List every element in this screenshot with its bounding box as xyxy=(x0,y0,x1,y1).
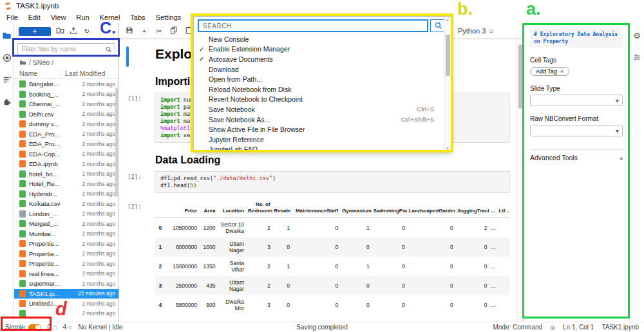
file-row[interactable]: Untitled.i...2 months ago xyxy=(14,299,118,309)
kernel-indicator[interactable]: Python 3 ○ xyxy=(458,27,516,35)
scroll-down-icon[interactable]: ▾ xyxy=(444,145,451,151)
file-row[interactable]: London_...2 months ago xyxy=(14,209,118,219)
menu-edit[interactable]: Edit xyxy=(23,14,46,21)
slide-type-select[interactable]: ▾ xyxy=(530,95,623,106)
menu-item-jupyter-reference[interactable]: Jupyter Reference xyxy=(194,134,451,145)
breadcrumb-path[interactable]: / SNeo / xyxy=(29,59,53,66)
file-name: Untitled.i... xyxy=(29,300,79,307)
file-row[interactable]: Propertie...2 months ago xyxy=(14,239,118,249)
table-header-cell: SwimmingPool xyxy=(372,198,407,218)
menu-tabs[interactable]: Tabs xyxy=(125,14,150,21)
kernel-name: Python 3 xyxy=(458,27,486,35)
notification-bell-icon[interactable]: ◎ xyxy=(550,324,555,331)
file-row[interactable]: EDA_Pro...2 months ago xyxy=(14,129,118,140)
copy-icon[interactable] xyxy=(170,26,178,35)
table-cell: 2 xyxy=(455,218,489,238)
table-cell: 2500000 xyxy=(164,276,199,295)
extensions-puzzle-icon[interactable] xyxy=(3,97,12,109)
column-header-name[interactable]: Name xyxy=(19,69,61,77)
jupyter-logo-icon xyxy=(4,2,12,10)
file-row[interactable]: EDA.ipynb2 months ago xyxy=(14,159,118,169)
file-browser-scrollbar[interactable] xyxy=(115,88,118,197)
save-icon[interactable] xyxy=(126,26,133,35)
menu-settings[interactable]: Settings xyxy=(151,14,187,21)
cursor-position[interactable]: Ln 1, Col 1 xyxy=(563,324,594,331)
file-row[interactable]: supermar...2 months ago xyxy=(14,279,118,289)
kernel-count[interactable]: 4 ○ xyxy=(63,324,72,331)
running-sessions-icon[interactable] xyxy=(3,53,12,65)
table-cell: 10500000 xyxy=(164,218,199,238)
cut-icon[interactable]: ✂ xyxy=(155,28,163,35)
file-row[interactable]: Delhi.csv2 months ago xyxy=(14,109,118,120)
simple-mode-toggle[interactable]: Simple xyxy=(5,324,41,331)
inspector-sliders-icon[interactable] xyxy=(633,52,641,64)
menu-item-download[interactable]: Download xyxy=(194,64,451,75)
menu-run[interactable]: Run xyxy=(71,14,94,21)
menu-item-open-from-path[interactable]: Open from Path... xyxy=(194,74,451,84)
column-header-modified[interactable]: Last Modified xyxy=(61,69,113,77)
file-browser-tab-icon[interactable] xyxy=(2,31,12,43)
menu-item-save-notebook-as[interactable]: Save Notebook As...Ctrl+Shift+S xyxy=(194,115,451,125)
table-of-contents-icon[interactable] xyxy=(3,75,12,87)
nbconvert-format-select[interactable]: ▾ xyxy=(530,125,623,136)
file-row[interactable]: Bangalor...2 months ago xyxy=(14,79,118,89)
file-row[interactable]: Kolkata.csv2 months ago xyxy=(14,199,118,209)
file-name: Mumbai... xyxy=(29,230,79,237)
file-modified: 2 months ago xyxy=(82,201,115,207)
file-row[interactable]: bookinq_...2 months ago xyxy=(14,89,118,100)
new-launcher-button[interactable]: + xyxy=(19,27,51,36)
ipynb-file-icon xyxy=(19,120,26,127)
menu-item-save-notebook[interactable]: Save NotebookCtrl+S xyxy=(194,104,451,115)
table-cell: 0 xyxy=(407,257,455,276)
file-row[interactable]: Propertie...2 months ago xyxy=(14,249,118,259)
file-row[interactable]: dummy v...2 months ago xyxy=(14,119,118,129)
file-row[interactable]: Hotel_Re...2 months ago xyxy=(14,179,118,189)
menu-search-input[interactable] xyxy=(198,19,428,32)
menu-view[interactable]: View xyxy=(46,14,71,21)
ipynb-file-icon xyxy=(19,290,26,297)
upload-icon[interactable] xyxy=(70,26,78,36)
file-row[interactable]: real linea...2 months ago xyxy=(14,269,118,279)
menu-item-show-active-file-in-file-browser[interactable]: Show Active File in File Browser xyxy=(194,124,451,134)
file-modified: 2 months ago xyxy=(82,141,115,147)
code-cell-2[interactable]: df1=pd.read_csv("./data/delhi.csv")df1.h… xyxy=(155,171,510,193)
menu-item-enable-extension-manager[interactable]: ✓Enable Extension Manager xyxy=(194,44,451,55)
notebook-scrollbar-thumb[interactable] xyxy=(518,44,522,109)
kernel-status[interactable]: No Kernel | Idle xyxy=(79,324,123,331)
property-inspector: # Exploratory Data Analysis on Property … xyxy=(523,23,629,322)
settings-gear-icon[interactable]: ⚙ xyxy=(633,31,641,41)
notebook-scrollbar-track[interactable] xyxy=(516,39,523,322)
advanced-tools-toggle[interactable]: Advanced Tools ▴ xyxy=(530,149,623,161)
add-tag-button[interactable]: Add Tag + xyxy=(530,67,569,76)
terminal-count[interactable]: 0 □ xyxy=(48,324,57,331)
refresh-icon[interactable]: ↻ xyxy=(83,28,91,35)
table-cell xyxy=(497,276,510,295)
file-row[interactable]: Mumbai...2 months ago xyxy=(14,229,118,239)
file-row[interactable]: EDA_Pro...2 months ago xyxy=(14,139,118,149)
menu-file[interactable]: File xyxy=(1,14,23,21)
file-row[interactable]: TASK1.ip...23 minutes ago xyxy=(14,289,118,299)
menu-scrollbar-track[interactable]: ▴ ▾ xyxy=(444,17,451,151)
filter-files-input[interactable] xyxy=(17,43,115,55)
file-row[interactable]: Chennai_...2 months ago xyxy=(14,99,118,109)
menu-item-autosave-documents[interactable]: ✓Autosave Documents xyxy=(194,54,451,64)
menu-item-jupyterlab-faq[interactable]: JupyterLab FAQ xyxy=(194,145,451,152)
table-cell: Uttam Nagar xyxy=(217,237,246,257)
menu-kernel[interactable]: Kernel xyxy=(95,14,126,21)
insert-cell-icon[interactable]: + xyxy=(140,28,148,35)
menu-scrollbar-thumb[interactable] xyxy=(446,35,450,76)
paste-icon[interactable] xyxy=(185,26,193,35)
file-row[interactable]: Propertie...2 months ago xyxy=(14,259,118,269)
table-cell: 3 xyxy=(246,295,272,315)
new-folder-icon[interactable] xyxy=(56,26,64,36)
file-row[interactable]: Merged_...2 months ago xyxy=(14,219,118,229)
file-row[interactable]: hotel_bo...2 months ago xyxy=(14,169,118,180)
file-row[interactable]: EDA-Cop...2 months ago xyxy=(14,149,118,160)
file-name: hotel_bo... xyxy=(29,171,79,178)
file-row[interactable]: 2 months ago xyxy=(14,309,118,319)
scroll-up-icon[interactable]: ▴ xyxy=(444,17,451,23)
menu-item-new-console[interactable]: New Console xyxy=(194,34,451,44)
menu-item-revert-notebook-to-checkpoint[interactable]: Revert Notebook to Checkpoint xyxy=(194,95,451,105)
file-row[interactable]: Hyderab...2 months ago xyxy=(14,189,118,199)
menu-item-reload-notebook-from-disk[interactable]: Reload Notebook from Disk xyxy=(194,84,451,95)
